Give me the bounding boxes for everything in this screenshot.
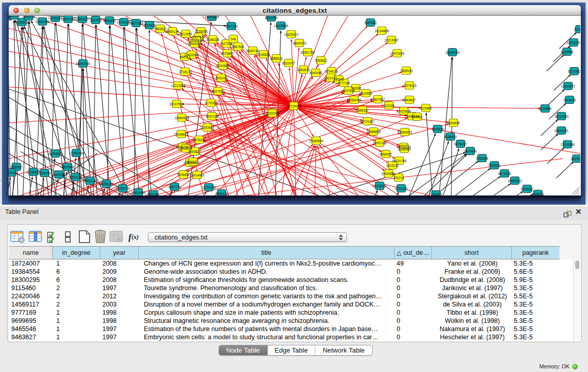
svg-text:2935114: 2935114: [476, 157, 489, 160]
svg-text:982345: 982345: [148, 193, 159, 196]
svg-text:19218506: 19218506: [274, 24, 289, 28]
svg-text:8912954: 8912954: [180, 32, 192, 36]
svg-text:7386322: 7386322: [356, 108, 369, 112]
svg-text:9327508: 9327508: [192, 35, 205, 39]
svg-text:8267110: 8267110: [206, 115, 219, 118]
svg-text:9777169: 9777169: [338, 81, 351, 85]
svg-text:10025438: 10025438: [397, 110, 411, 113]
svg-text:1170051: 1170051: [205, 101, 217, 105]
svg-text:10973493: 10973493: [390, 52, 405, 55]
svg-text:1833804: 1833804: [9, 16, 20, 17]
svg-text:1258984: 1258984: [398, 147, 411, 151]
svg-text:7357224: 7357224: [225, 25, 238, 28]
svg-text:9405379: 9405379: [23, 16, 35, 18]
svg-text:1244419: 1244419: [563, 98, 576, 102]
svg-text:13325419: 13325419: [284, 33, 299, 36]
svg-text:6479197: 6479197: [454, 142, 467, 146]
svg-text:3215958: 3215958: [539, 107, 552, 111]
svg-text:9327508: 9327508: [220, 42, 233, 46]
svg-text:16543362: 16543362: [187, 42, 202, 46]
svg-text:12213363: 12213363: [171, 84, 186, 87]
svg-text:19654933: 19654933: [175, 116, 189, 120]
svg-text:1084562: 1084562: [430, 193, 443, 196]
svg-text:9115460: 9115460: [420, 106, 432, 110]
svg-text:1362615: 1362615: [297, 68, 310, 72]
svg-text:3824554: 3824554: [360, 92, 373, 95]
svg-text:546: 546: [231, 37, 236, 41]
svg-text:16120746: 16120746: [392, 159, 407, 163]
svg-text:7625402: 7625402: [177, 173, 190, 177]
svg-text:9684067: 9684067: [380, 152, 393, 156]
svg-text:7485003: 7485003: [400, 69, 413, 73]
svg-text:16154808: 16154808: [375, 29, 389, 33]
svg-text:8813054: 8813054: [265, 16, 278, 19]
svg-text:15720407: 15720407: [360, 120, 375, 123]
svg-text:17957223: 17957223: [83, 179, 98, 183]
svg-text:18640910: 18640910: [292, 41, 307, 45]
svg-text:6794028: 6794028: [325, 70, 338, 73]
svg-text:7955812: 7955812: [315, 59, 328, 62]
svg-text:18300295: 18300295: [265, 112, 280, 115]
svg-text:15716485: 15716485: [202, 186, 216, 189]
svg-text:1850617: 1850617: [10, 165, 23, 169]
svg-text:10688609: 10688609: [366, 130, 381, 134]
svg-text:8938923: 8938923: [444, 135, 457, 139]
svg-text:6497508: 6497508: [342, 89, 355, 93]
svg-text:9397588: 9397588: [61, 165, 74, 169]
svg-text:16210643: 16210643: [554, 115, 569, 118]
svg-text:9146821: 9146821: [257, 53, 270, 56]
svg-text:12505135: 12505135: [68, 176, 83, 179]
svg-text:15654923: 15654923: [398, 130, 412, 134]
svg-text:8660124: 8660124: [166, 30, 179, 33]
svg-text:17010504: 17010504: [560, 143, 575, 146]
svg-text:1167533: 1167533: [571, 157, 580, 161]
svg-text:9468532: 9468532: [532, 192, 545, 196]
svg-text:803144: 803144: [215, 76, 227, 80]
svg-text:20364436: 20364436: [347, 98, 362, 102]
svg-text:15136141: 15136141: [373, 184, 387, 188]
svg-text:14914489: 14914489: [190, 173, 205, 177]
svg-text:8466160: 8466160: [103, 19, 116, 23]
svg-text:20053346: 20053346: [76, 62, 91, 65]
svg-text:6899695: 6899695: [447, 121, 460, 125]
svg-text:18907249: 18907249: [373, 141, 387, 145]
svg-text:16961758: 16961758: [300, 51, 315, 54]
svg-text:1893474: 1893474: [215, 192, 228, 195]
svg-text:10107554: 10107554: [169, 102, 184, 106]
svg-text:10654122: 10654122: [508, 179, 522, 183]
svg-text:16648784: 16648784: [445, 51, 460, 54]
svg-text:19358127: 19358127: [99, 182, 114, 186]
svg-text:8186328: 8186328: [207, 38, 220, 41]
svg-text:16782759: 16782759: [116, 187, 130, 190]
svg-text:9463627: 9463627: [403, 98, 416, 102]
svg-text:3675685: 3675685: [221, 52, 234, 55]
svg-text:15692291: 15692291: [554, 129, 569, 133]
svg-text:162166: 162166: [383, 104, 395, 107]
svg-text:10807487: 10807487: [371, 98, 385, 101]
svg-text:19524851: 19524851: [381, 172, 396, 176]
svg-text:5878332: 5878332: [193, 138, 206, 142]
svg-text:8471626: 8471626: [498, 172, 511, 176]
svg-text:984563: 984563: [411, 115, 423, 119]
svg-text:8427552: 8427552: [212, 90, 225, 93]
svg-text:16697243: 16697243: [61, 17, 76, 21]
svg-text:252214: 252214: [393, 176, 404, 180]
svg-text:12213967: 12213967: [384, 38, 399, 42]
svg-text:19384554: 19384554: [309, 139, 324, 143]
svg-text:8242848: 8242848: [216, 64, 229, 68]
svg-text:7515526: 7515526: [143, 24, 156, 27]
svg-text:19166827: 19166827: [174, 133, 189, 136]
svg-text:9657771: 9657771: [168, 185, 181, 189]
svg-text:1527602: 1527602: [90, 18, 102, 22]
svg-text:8322037: 8322037: [282, 61, 295, 65]
svg-text:1145193: 1145193: [53, 173, 66, 177]
svg-text:20691406: 20691406: [35, 20, 50, 24]
svg-text:1733426: 1733426: [395, 187, 408, 190]
svg-text:2867608: 2867608: [232, 45, 245, 49]
svg-text:12975115: 12975115: [402, 84, 417, 87]
svg-text:12093872: 12093872: [561, 84, 576, 88]
svg-text:22420046: 22420046: [184, 53, 199, 57]
svg-text:1409536: 1409536: [431, 127, 444, 131]
svg-text:8454749: 8454749: [247, 49, 259, 53]
svg-text:15751074: 15751074: [567, 41, 580, 45]
